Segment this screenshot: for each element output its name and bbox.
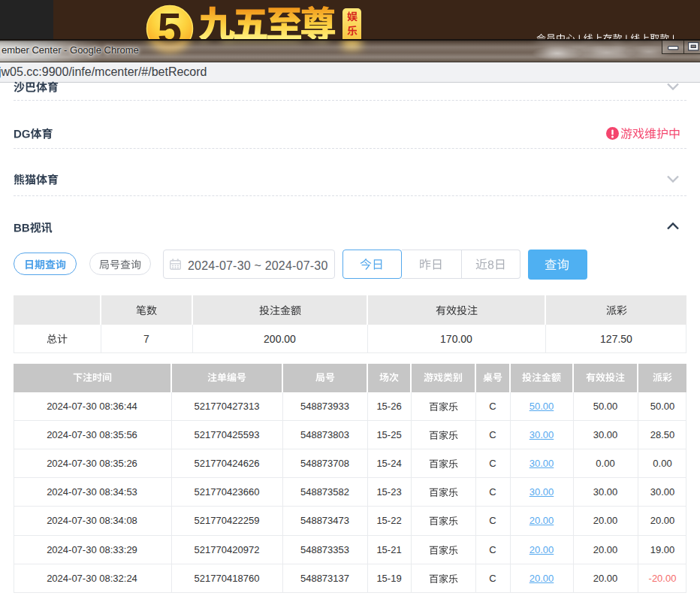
svg-text:5: 5 <box>158 4 182 40</box>
